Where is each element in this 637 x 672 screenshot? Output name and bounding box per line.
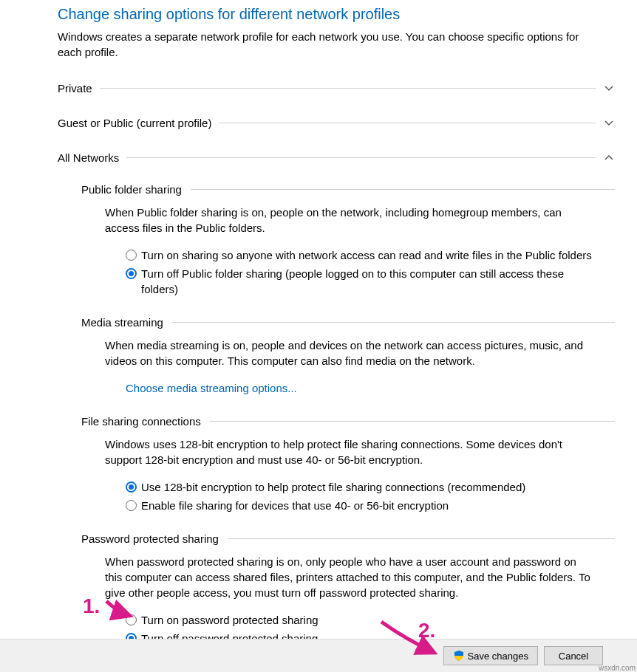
media-streaming-header: Media streaming	[81, 316, 163, 329]
divider	[210, 421, 615, 422]
chevron-up-icon	[603, 152, 615, 164]
radio-password-on[interactable]: Turn on password protected sharing	[126, 612, 593, 628]
password-sharing-header: Password protected sharing	[81, 532, 219, 545]
radio-public-folder-on[interactable]: Turn on sharing so anyone with network a…	[126, 247, 593, 263]
intro-text: Windows creates a separate network profi…	[58, 29, 590, 60]
chevron-down-icon	[603, 117, 615, 129]
radio-icon	[126, 250, 137, 261]
subsection-password-sharing: Password protected sharing When password…	[58, 532, 615, 646]
section-private[interactable]: Private	[58, 76, 615, 100]
media-streaming-options-link[interactable]: Choose media streaming options...	[126, 380, 297, 396]
radio-encryption-40-label: Enable file sharing for devices that use…	[141, 498, 593, 513]
radio-icon	[126, 481, 137, 493]
media-streaming-description: When media streaming is on, people and d…	[105, 337, 593, 368]
chevron-down-icon	[603, 83, 615, 95]
divider	[100, 88, 596, 89]
radio-icon	[126, 500, 137, 511]
radio-public-folder-on-label: Turn on sharing so anyone with network a…	[141, 247, 593, 263]
radio-icon	[126, 614, 137, 625]
page-title: Change sharing options for different net…	[58, 6, 615, 23]
subsection-media-streaming: Media streaming When media streaming is …	[58, 316, 615, 396]
subsection-public-folder-sharing: Public folder sharing When Public folder…	[58, 183, 615, 297]
watermark: wsxdn.com	[599, 664, 636, 672]
divider	[172, 322, 615, 323]
save-changes-label: Save changes	[468, 651, 528, 662]
cancel-button[interactable]: Cancel	[544, 646, 603, 665]
public-folder-sharing-header: Public folder sharing	[81, 183, 182, 196]
file-sharing-header: File sharing connections	[81, 415, 201, 428]
save-changes-button[interactable]: Save changes	[443, 646, 538, 665]
divider	[228, 538, 615, 539]
cancel-label: Cancel	[559, 651, 588, 662]
subsection-file-sharing: File sharing connections Windows uses 12…	[58, 415, 615, 513]
footer-bar: Save changes Cancel	[0, 639, 637, 672]
public-folder-sharing-description: When Public folder sharing is on, people…	[105, 205, 593, 236]
radio-public-folder-off-label: Turn off Public folder sharing (people l…	[141, 266, 593, 297]
radio-encryption-128[interactable]: Use 128-bit encryption to help protect f…	[126, 479, 593, 495]
divider	[219, 123, 596, 123]
radio-encryption-40[interactable]: Enable file sharing for devices that use…	[126, 498, 593, 513]
password-sharing-description: When password protected sharing is on, o…	[105, 554, 593, 600]
radio-password-on-label: Turn on password protected sharing	[141, 612, 593, 628]
section-all-networks[interactable]: All Networks	[58, 145, 615, 170]
section-guest-public[interactable]: Guest or Public (current profile)	[58, 111, 615, 135]
section-guest-label: Guest or Public (current profile)	[58, 117, 211, 129]
radio-icon	[126, 268, 137, 279]
divider	[126, 157, 596, 158]
section-private-label: Private	[58, 82, 92, 95]
divider	[191, 189, 615, 190]
uac-shield-icon	[453, 650, 465, 662]
radio-public-folder-off[interactable]: Turn off Public folder sharing (people l…	[126, 266, 593, 297]
radio-encryption-128-label: Use 128-bit encryption to help protect f…	[141, 479, 593, 495]
section-all-label: All Networks	[58, 151, 119, 164]
file-sharing-description: Windows uses 128-bit encryption to help …	[105, 436, 593, 467]
